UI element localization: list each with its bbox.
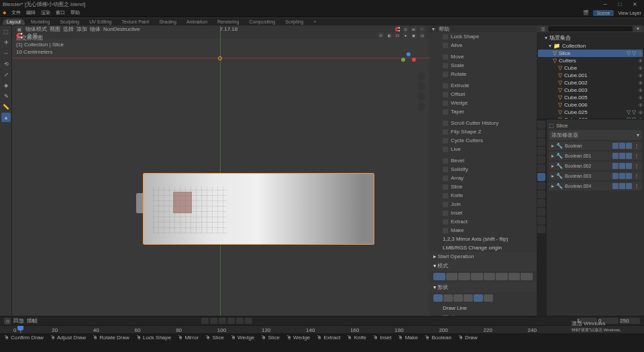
object-name[interactable]: Slice	[556, 123, 568, 129]
tab-scripting[interactable]: Scripting	[281, 19, 307, 25]
op-Rotate[interactable]: Rotate	[429, 70, 537, 78]
camera-button[interactable]	[417, 93, 425, 101]
mode-btn-5[interactable]	[484, 273, 496, 280]
move-tool[interactable]: ↔	[1, 48, 11, 58]
op-Lock Shape[interactable]: Lock Shape	[429, 32, 537, 41]
shading-wire-icon[interactable]: ⊡	[394, 32, 400, 39]
ptab-data[interactable]	[537, 208, 545, 216]
tab-modeling[interactable]: Modeling	[27, 19, 54, 25]
shape-btn-6[interactable]	[484, 294, 493, 302]
op-Wedge[interactable]: Wedge	[429, 99, 537, 107]
mode-btn-4[interactable]	[471, 273, 483, 280]
outliner-item-Slice[interactable]: ▽Slice▽ ▽👁	[538, 50, 643, 57]
op-Cycle Cutters[interactable]: Cycle Cutters	[429, 136, 537, 145]
tab-animation[interactable]: Animation	[182, 19, 211, 25]
ptab-world[interactable]	[537, 156, 545, 164]
op-Join[interactable]: Join	[429, 200, 537, 209]
op-Extrude[interactable]: Extrude	[429, 81, 537, 90]
gizmo-x[interactable]	[412, 58, 416, 62]
ptab-constraints[interactable]	[537, 199, 545, 207]
op-Flip Shape Z[interactable]: Flip Shape Z	[429, 127, 537, 136]
section-mode[interactable]: ▾ 模式	[429, 261, 537, 271]
play-reverse-icon[interactable]	[219, 318, 226, 324]
op-Taper[interactable]: Taper	[429, 107, 537, 116]
shape-btn-2[interactable]	[443, 294, 453, 302]
tab-sculpting[interactable]: Sculpting	[56, 19, 83, 25]
ptab-particles[interactable]	[537, 182, 545, 190]
shading-material-icon[interactable]: ◉	[411, 32, 417, 39]
op-Move[interactable]: Move	[429, 52, 537, 61]
menu-select[interactable]: 选择	[63, 25, 74, 33]
overlay-icon[interactable]: ⊙	[378, 32, 384, 39]
snap-icon[interactable]: 🧲	[394, 25, 401, 32]
tab-texture[interactable]: Texture Paint	[117, 19, 153, 25]
timeline-track[interactable]: 020406080100120140160180200220240	[0, 325, 644, 333]
op-Knife[interactable]: Knife	[429, 191, 537, 200]
nd-tool[interactable]: ▲	[1, 113, 11, 122]
tab-uv[interactable]: UV Editing	[85, 19, 115, 25]
op-Alive[interactable]: Alive	[429, 41, 537, 50]
op-Bevel[interactable]: Bevel	[429, 156, 537, 165]
gizmo-y[interactable]	[401, 58, 405, 62]
pan-button[interactable]	[417, 82, 425, 91]
xray-icon[interactable]: ◐	[386, 32, 392, 39]
scale-tool[interactable]: ⤢	[1, 70, 11, 79]
mode-btn-6[interactable]	[496, 273, 508, 280]
op-Scale[interactable]: Scale	[429, 61, 537, 70]
tab-layout[interactable]: Layout	[3, 19, 25, 25]
perspective-button[interactable]	[417, 103, 425, 111]
outliner-search[interactable]	[548, 26, 633, 32]
keying-menu[interactable]: 插帧	[27, 317, 38, 325]
op-Slice[interactable]: Slice	[429, 182, 537, 191]
blender-icon[interactable]: ◆	[3, 10, 6, 15]
jump-end-icon[interactable]	[245, 318, 252, 324]
play-icon[interactable]	[227, 318, 235, 324]
menu-file[interactable]: 文件	[11, 9, 21, 16]
close-button[interactable]: ✕	[628, 1, 641, 8]
cursor-tool[interactable]: ✛	[1, 38, 11, 47]
viewport[interactable]: ▦ 物体模式 视图 选择 添加 物体 NonDestructive 7.17.1…	[12, 25, 429, 316]
shape-btn-3[interactable]	[453, 294, 463, 302]
modifier-Boolean.003[interactable]: ▸🔧Boolean.003⋮	[549, 172, 642, 180]
section-start[interactable]: ▸ Start Operation	[429, 252, 537, 261]
op-Extract[interactable]: Extract	[429, 217, 537, 226]
modifier-Boolean[interactable]: ▸🔧Boolean⋮	[549, 141, 642, 150]
rotate-tool[interactable]: ⟲	[1, 59, 11, 68]
menu-window[interactable]: 窗口	[56, 9, 65, 16]
menu-add[interactable]: 添加	[76, 25, 87, 33]
shape-btn-1[interactable]	[433, 294, 443, 302]
ptab-material[interactable]	[537, 217, 545, 225]
modifier-Boolean.002[interactable]: ▸🔧Boolean.002⋮	[549, 162, 642, 170]
orientation-icon[interactable]: ⊞	[411, 25, 417, 32]
outliner-item-Cube[interactable]: ▽Cube👁	[538, 64, 643, 72]
ptab-output[interactable]	[537, 129, 545, 137]
menu-object[interactable]: 物体	[90, 25, 101, 33]
op-Scroll Cutter History[interactable]: Scroll Cutter History	[429, 119, 537, 127]
mode-btn-7[interactable]	[508, 273, 521, 280]
zoom-button[interactable]	[417, 72, 425, 80]
shading-solid-icon[interactable]: ●	[402, 32, 409, 39]
outliner-item-Cube.005[interactable]: ▽Cube.005👁	[538, 94, 643, 101]
menu-view[interactable]: 视图	[50, 25, 60, 33]
filter-icon[interactable]: ▼	[635, 25, 641, 32]
op-Make[interactable]: Make	[429, 226, 537, 235]
menu-nd[interactable]: NonDestructive	[103, 26, 140, 32]
prev-key-icon[interactable]	[210, 318, 217, 324]
mode-btn-3[interactable]	[458, 273, 470, 280]
tab-compositing[interactable]: Compositing	[245, 19, 279, 25]
ptab-modifiers[interactable]	[537, 173, 545, 181]
ptab-view[interactable]	[537, 138, 545, 146]
menu-help[interactable]: 帮助	[70, 9, 80, 16]
add-modifier-button[interactable]: 添加修改器 ▾	[549, 130, 642, 140]
nav-gizmo[interactable]	[401, 52, 416, 67]
outliner-item-Cube.002[interactable]: ▽Cube.002👁	[538, 79, 643, 86]
outliner-item-Cube.003[interactable]: ▽Cube.003👁	[538, 86, 643, 94]
measure-tool[interactable]: 📏	[1, 102, 11, 111]
op-Offset[interactable]: Offset	[429, 90, 537, 99]
ptab-scene[interactable]	[537, 147, 545, 155]
outliner-item-Cube.001[interactable]: ▽Cube.001👁	[538, 72, 643, 79]
cutter-preview[interactable]	[173, 192, 192, 213]
tab-add[interactable]: +	[310, 19, 321, 25]
op-Solidify[interactable]: Solidify	[429, 165, 537, 174]
gizmo-z[interactable]	[407, 52, 411, 56]
